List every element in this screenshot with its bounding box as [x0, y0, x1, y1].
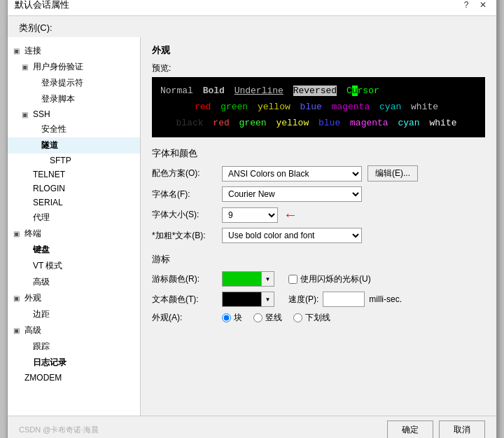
scheme-select[interactable]: ANSI Colors on Black ANSI Colors on Whit… [222, 166, 362, 182]
sidebar-label-adv2: 高级 [24, 324, 41, 336]
dialog: 默认会话属性 ? ✕ 类别(C): ▣ 连接 ▣ 用户身份验证 [7, 0, 497, 438]
speed-unit: milli-sec. [369, 294, 402, 304]
cursor-flash-text: 使用闪烁的光标(U) [300, 273, 371, 285]
sidebar-item-connect[interactable]: ▣ 连接 [8, 43, 140, 59]
cursor-appearance-control: 块 竖线 下划线 [222, 312, 485, 324]
ok-button[interactable]: 确定 [387, 420, 433, 438]
font-color-title: 字体和颜色 [152, 147, 485, 160]
sidebar-item-tunnel[interactable]: 隧道 [8, 137, 140, 153]
sidebar-label-telnet: TELNET [33, 170, 65, 179]
text-color-dropdown[interactable]: ▼ [222, 292, 274, 307]
font-name-row: 字体名(F): Courier New Terminal Consolas [152, 186, 485, 202]
speed-input[interactable] [323, 292, 365, 307]
preview-blue1: blue [300, 102, 322, 112]
sidebar-item-ssh[interactable]: ▣ SSH [8, 107, 140, 121]
preview-line1: Normal Bold Underline Reversed Cursor [160, 84, 477, 99]
text-color-arrow[interactable]: ▼ [261, 292, 274, 306]
sidebar-item-advanced[interactable]: 高级 [8, 274, 140, 290]
sidebar: ▣ 连接 ▣ 用户身份验证 登录提示符 [8, 37, 141, 416]
sidebar-label-tunnel: 隧道 [41, 139, 58, 151]
dialog-title: 默认会话属性 [15, 0, 69, 11]
cursor-section: 游标 游标颜色(R): ▼ 使用闪烁的光标(U) [152, 253, 485, 324]
main-panel: 外观 预览: Normal Bold Underline Reversed Cu… [141, 37, 496, 416]
scheme-row: 配色方案(O): ANSI Colors on Black ANSI Color… [152, 165, 485, 182]
font-name-select[interactable]: Courier New Terminal Consolas [222, 186, 362, 202]
toggle-connect[interactable]: ▣ [13, 47, 24, 55]
font-size-row: 字体大小(S): 8 9 10 11 12 14 ← [152, 207, 485, 223]
sidebar-item-adv2[interactable]: ▣ 高级 [8, 322, 140, 338]
sidebar-label-login-hint: 登录提示符 [41, 77, 83, 89]
underline-label: 下划线 [305, 312, 330, 324]
category-label: 类别(C): [8, 16, 496, 37]
sidebar-item-keyboard[interactable]: 键盘 [8, 242, 140, 258]
sidebar-item-telnet[interactable]: TELNET [8, 167, 140, 182]
sidebar-item-serial[interactable]: SERIAL [8, 196, 140, 210]
toggle-terminal[interactable]: ▣ [13, 230, 24, 238]
text-color-label: 文本颜色(T): [152, 294, 222, 306]
block-radio-label[interactable]: 块 [222, 312, 242, 324]
sidebar-label-vt-mode: VT 模式 [33, 260, 62, 272]
preview-label: 预览: [152, 62, 485, 74]
block-radio[interactable] [222, 313, 231, 322]
sidebar-item-appearance[interactable]: ▣ 外观 [8, 290, 140, 306]
underline-radio[interactable] [293, 313, 302, 322]
bold-text-control: Use bold color and font Use bold font Us… [222, 228, 485, 243]
toggle-appearance[interactable]: ▣ [13, 294, 24, 302]
close-button[interactable]: ✕ [477, 0, 489, 11]
cursor-color-label: 游标颜色(R): [152, 273, 222, 285]
font-size-select[interactable]: 8 9 10 11 12 14 [222, 207, 278, 223]
sidebar-item-rlogin[interactable]: RLOGIN [8, 182, 140, 196]
sidebar-label-margin: 边距 [33, 308, 50, 320]
scheme-label: 配色方案(O): [152, 167, 222, 179]
bold-text-select[interactable]: Use bold color and font Use bold font Us… [222, 228, 362, 243]
scheme-control: ANSI Colors on Black ANSI Colors on Whit… [222, 165, 485, 182]
cursor-flash-checkbox[interactable] [288, 275, 298, 284]
preview-blue2: blue [318, 118, 340, 128]
cursor-appearance-row: 外观(A): 块 竖线 下划线 [152, 312, 485, 324]
font-name-label: 字体名(F): [152, 189, 222, 200]
cursor-color-dropdown[interactable]: ▼ [222, 271, 274, 287]
sidebar-item-vt-mode[interactable]: VT 模式 [8, 258, 140, 274]
cursor-color-control: ▼ 使用闪烁的光标(U) [222, 271, 485, 287]
bold-text-label: *加粗*文本(B): [152, 230, 222, 242]
sidebar-item-margin[interactable]: 边距 [8, 306, 140, 322]
preview-yellow1: yellow [258, 102, 290, 112]
bold-text-row: *加粗*文本(B): Use bold color and font Use b… [152, 228, 485, 243]
preview-line2: red green yellow blue magenta cyan white [160, 100, 477, 115]
sidebar-label-keyboard: 键盘 [33, 244, 50, 256]
toggle-user-auth[interactable]: ▣ [22, 63, 33, 71]
underline-radio-label[interactable]: 下划线 [293, 312, 330, 324]
sidebar-item-user-auth[interactable]: ▣ 用户身份验证 [8, 59, 140, 75]
sidebar-label-sftp: SFTP [50, 156, 71, 165]
sidebar-item-tracking[interactable]: 跟踪 [8, 338, 140, 355]
font-size-control: 8 9 10 11 12 14 ← [222, 207, 485, 223]
text-color-control: ▼ 速度(P): milli-sec. [222, 292, 485, 307]
preview-red1: red [195, 102, 211, 112]
toggle-adv2[interactable]: ▣ [13, 327, 24, 334]
sidebar-item-login-hint[interactable]: 登录提示符 [8, 75, 140, 91]
help-button[interactable]: ? [460, 0, 472, 11]
sidebar-label-serial: SERIAL [33, 198, 63, 207]
sidebar-item-security[interactable]: 安全性 [8, 121, 140, 137]
cancel-button[interactable]: 取消 [439, 420, 485, 438]
line-label: 竖线 [265, 312, 282, 324]
sidebar-label-rlogin: RLOGIN [33, 184, 65, 193]
sidebar-item-log-record[interactable]: 日志记录 [8, 355, 140, 371]
line-radio[interactable] [253, 313, 262, 322]
sidebar-item-terminal[interactable]: ▣ 终端 [8, 226, 140, 242]
cursor-color-arrow[interactable]: ▼ [261, 272, 274, 286]
font-name-control: Courier New Terminal Consolas [222, 186, 485, 202]
sidebar-item-login-script[interactable]: 登录脚本 [8, 91, 140, 107]
edit-button[interactable]: 编辑(E)... [368, 165, 418, 182]
preview-line3: black red green yellow blue magenta cyan… [160, 116, 477, 131]
preview-normal: Normal [160, 85, 193, 96]
line-radio-label[interactable]: 竖线 [253, 312, 282, 324]
font-size-arrow: ← [284, 207, 298, 223]
sidebar-item-proxy[interactable]: 代理 [8, 210, 140, 226]
toggle-ssh[interactable]: ▣ [22, 111, 33, 118]
sidebar-item-zmodem[interactable]: ZMODEM [8, 371, 140, 385]
sidebar-label-terminal: 终端 [24, 228, 41, 240]
preview-red2: red [213, 118, 229, 128]
sidebar-item-sftp[interactable]: SFTP [8, 153, 140, 167]
sidebar-label-connect: 连接 [24, 45, 41, 57]
